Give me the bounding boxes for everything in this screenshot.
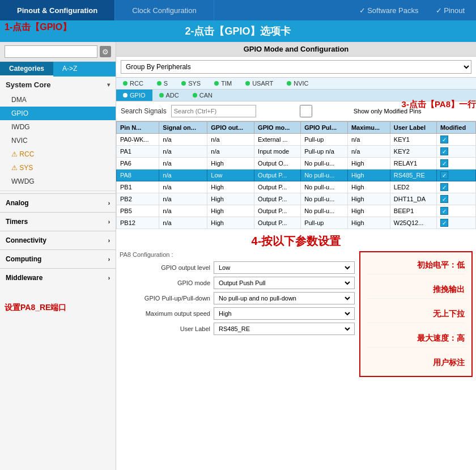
sidebar-group-analog: Analog › [0,193,116,212]
config-value-0[interactable]: Low [214,261,355,274]
table-cell: n/a [159,158,207,170]
config-select-2[interactable]: No pull-up and no pull-down [216,294,352,302]
computing-header[interactable]: Computing › [0,252,116,266]
sidebar-item-dma[interactable]: DMA [0,93,116,107]
pin-tab-rcc[interactable]: RCC [116,78,150,89]
table-cell: High [207,158,254,170]
main-layout: ⚙ Categories A->Z System Core ▾ DMA GPIO… [0,42,476,470]
config-row-4: User LabelRS485_RE [120,323,355,335]
table-cell: n/a [159,217,207,229]
table-cell: LED2 [390,181,436,193]
system-core-items: DMA GPIO IWDG NVIC RCC SYS WWDG [0,93,116,188]
table-cell: No pull-u... [301,158,348,170]
pin-tab-usart[interactable]: USART [239,78,280,89]
tab-categories[interactable]: Categories [0,62,53,77]
connectivity-arrow: › [108,238,110,244]
sidebar-item-rcc[interactable]: RCC [0,147,116,161]
table-cell: W25Q12... [390,217,436,229]
annot-row-3: 最大速度：高 [367,330,465,348]
pin-tab-adc[interactable]: ADC [152,90,186,101]
config-value-4[interactable]: RS485_RE [214,323,355,335]
middleware-header[interactable]: Middleware › [0,271,116,285]
config-value-1[interactable]: Output Push Pull [214,277,355,289]
annot-row-4: 用户标注 [367,354,465,371]
table-row[interactable]: PA6n/aHighOutput O...No pull-u...HighREL… [117,158,476,170]
table-cell-modified: ✓ [436,146,475,158]
pinout-tab[interactable]: ✓ Pinout [436,6,465,15]
search-signals-input[interactable] [171,105,256,117]
sidebar-item-wwdg[interactable]: WWDG [0,175,116,188]
table-row[interactable]: PB12n/aHighOutput P...Pull-upHighW25Q12.… [117,217,476,229]
connectivity-header[interactable]: Connectivity › [0,234,116,247]
table-row[interactable]: PB1n/aHighOutput P...No pull-u...HighLED… [117,181,476,193]
config-row-0: GPIO output levelLow [120,261,355,274]
config-select-1[interactable]: Output Push Pull [216,279,352,287]
config-select-3[interactable]: High [216,310,352,317]
table-cell: n/a [207,146,254,158]
right-annot-box: 初始电平：低 推挽输出 无上下拉 最大速度：高 用户标注 [359,251,473,377]
signals-table: Pin N... Signal on... GPIO out... GPIO m… [116,121,476,229]
system-core-arrow: ▾ [107,82,110,88]
tab-pinout-config[interactable]: Pinout & Configuration [0,0,115,20]
system-core-header[interactable]: System Core ▾ [0,77,116,93]
tab-clock-config[interactable]: Clock Configuration [115,0,214,20]
sidebar-item-nvic[interactable]: NVIC [0,134,116,147]
table-row[interactable]: PA8n/aLowOutput P...No pull-u...HighRS48… [117,170,476,181]
analog-header[interactable]: Analog › [0,196,116,210]
gear-icon[interactable]: ⚙ [100,46,111,57]
config-select-0[interactable]: Low [216,264,352,272]
table-cell: PA6 [117,158,159,170]
table-cell: Output P... [254,217,301,229]
col-pin: Pin N... [117,122,159,134]
software-packs-tab[interactable]: ✓ Software Packs [359,6,419,15]
table-row[interactable]: PB2n/aHighOutput P...No pull-u...HighDHT… [117,193,476,205]
tab-atoz[interactable]: A->Z [53,62,86,77]
table-cell: PA8 [117,170,159,181]
timers-header[interactable]: Timers › [0,215,116,228]
config-label-2: GPIO Pull-up/Pull-down [120,295,210,302]
sidebar-item-sys[interactable]: SYS [0,161,116,175]
sidebar-group-timers: Timers › [0,212,116,231]
pin-tab-s[interactable]: S [150,78,175,89]
config-label-1: GPIO mode [120,280,210,286]
group-by-select[interactable]: Group By Peripherals [121,60,471,74]
table-row[interactable]: PA1n/an/aInput modePull-up n/an/aKEY2✓ [117,146,476,158]
col-label: User Label [390,122,436,134]
config-value-2[interactable]: No pull-up and no pull-down [214,292,355,304]
table-cell: KEY1 [390,134,436,146]
annot-row-1: 推挽输出 [367,281,465,299]
config-value-3[interactable]: High [214,307,355,320]
pin-tab-can[interactable]: CAN [186,90,219,101]
table-cell: No pull-u... [301,170,348,181]
table-cell: High [347,217,390,229]
show-modified-checkbox[interactable] [261,105,351,117]
table-cell: Pull-up n/a [301,146,348,158]
sidebar-group-middleware: Middleware › [0,268,116,287]
config-form: PA8 Configuration : GPIO output levelLow… [120,251,355,338]
sidebar-item-iwdg[interactable]: IWDG [0,120,116,134]
pin-tab-gpio[interactable]: GPIO [116,90,152,101]
sidebar-item-gpio[interactable]: GPIO [0,107,116,120]
table-cell: PB12 [117,217,159,229]
table-cell: n/a [159,205,207,217]
pin-tab-tim[interactable]: TIM [207,78,239,89]
sidebar-group-connectivity: Connectivity › [0,231,116,249]
config-select-4[interactable]: RS485_RE [216,325,352,333]
table-cell: Output P... [254,205,301,217]
table-cell: No pull-u... [301,181,348,193]
timers-arrow: › [108,219,110,225]
table-row[interactable]: PA0-WK...n/an/aExternal ...Pull-upn/aKEY… [117,134,476,146]
col-modified: Modified [436,122,475,134]
signals-table-scroll: Pin N... Signal on... GPIO out... GPIO m… [116,121,476,229]
table-cell: RS485_RE [390,170,436,181]
sidebar-search-input[interactable] [5,45,97,58]
table-cell: n/a [159,146,207,158]
signal-search-container: Search Signals Show only Modified Pins 3… [116,101,476,121]
table-cell: PA0-WK... [117,134,159,146]
modified-checkmark: ✓ [440,159,448,167]
pin-tab-sys[interactable]: SYS [175,78,207,89]
pin-tab-nvic[interactable]: NVIC [280,78,315,89]
modified-checkmark: ✓ [440,183,448,191]
modified-checkmark: ✓ [440,207,448,215]
table-row[interactable]: PB5n/aHighOutput P...No pull-u...HighBEE… [117,205,476,217]
